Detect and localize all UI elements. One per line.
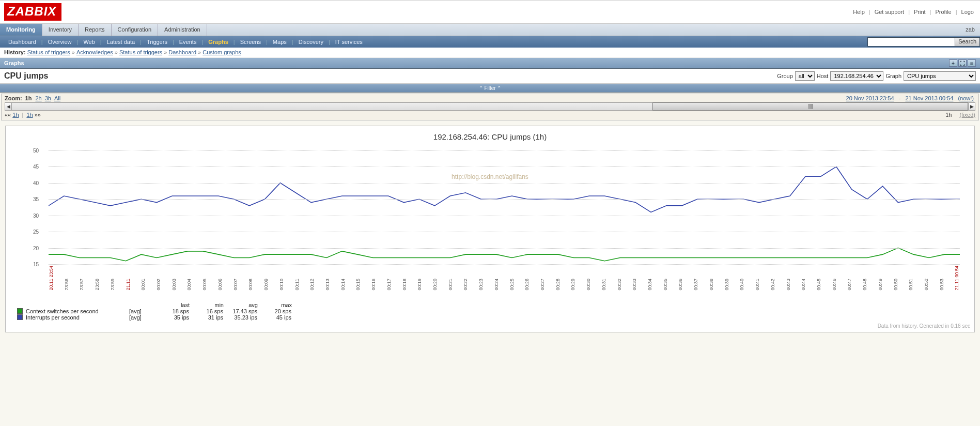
x-tick-label: 00:11: [294, 266, 300, 291]
x-tick-label: 00:52: [924, 266, 929, 291]
legend-agg: [avg]: [129, 314, 155, 321]
y-tick-label: 15: [33, 262, 39, 267]
nav-back-link[interactable]: 1h: [12, 112, 19, 118]
x-tick-label: 00:51: [908, 266, 913, 291]
x-tick-label: 00:31: [601, 266, 606, 291]
chart-legend: lastminavgmax Context switches per secon…: [17, 302, 970, 322]
x-tick-label: 00:18: [402, 266, 407, 291]
subtab-it-services[interactable]: IT services: [330, 37, 368, 47]
x-tick-label: 00:41: [755, 266, 760, 291]
slider-left-arrow[interactable]: ◀: [5, 102, 12, 111]
group-select[interactable]: all: [795, 71, 815, 81]
x-tick-label: 20.11 23:54: [49, 266, 54, 291]
top-link-help[interactable]: Help: [851, 9, 867, 15]
date-from-link[interactable]: 20 Nov 2013 23:54: [846, 95, 894, 101]
graph-select[interactable]: CPU jumps: [904, 71, 976, 81]
zabbix-logo[interactable]: ZABBIX: [4, 3, 61, 21]
subtab-graphs[interactable]: Graphs: [203, 37, 234, 47]
graph-label: Graph: [885, 73, 901, 79]
history-link[interactable]: Dashboard: [168, 49, 196, 55]
x-tick-label: 00:14: [340, 266, 346, 291]
zoom-option-All[interactable]: All: [54, 95, 60, 101]
x-tick-label: 00:45: [816, 266, 821, 291]
x-tick-label: 00:32: [617, 266, 622, 291]
x-tick-label: 00:36: [678, 266, 683, 291]
nav-back-double: ««: [5, 112, 12, 118]
top-link-print[interactable]: Print: [912, 9, 928, 15]
host-label: Host: [817, 73, 829, 79]
generation-note: Data from history. Generated in 0.16 sec: [10, 323, 970, 329]
history-link[interactable]: Acknowledges: [76, 49, 113, 55]
y-tick-label: 40: [33, 180, 39, 186]
x-tick-label: 23:56: [64, 266, 69, 291]
legend-stat-value: 16 sps: [189, 308, 223, 314]
tab-reports[interactable]: Reports: [79, 24, 112, 36]
top-link-profile[interactable]: Profile: [933, 9, 953, 15]
x-tick-label: 00:10: [279, 266, 284, 291]
x-tick-label: 00:23: [478, 266, 484, 291]
tab-monitoring[interactable]: Monitoring: [0, 24, 42, 36]
subtab-dashboard[interactable]: Dashboard: [3, 37, 41, 47]
page-title: CPU jumps: [4, 71, 48, 81]
legend-stat-header: max: [258, 302, 292, 308]
search-input[interactable]: [867, 37, 955, 47]
nav-fwd-link[interactable]: 1h: [26, 112, 33, 118]
x-tick-label: 23:58: [95, 266, 100, 291]
x-tick-label: 00:28: [555, 266, 561, 291]
fixed-toggle[interactable]: (fixed): [959, 112, 975, 118]
fullscreen-icon[interactable]: ⛶: [958, 59, 967, 67]
zoom-option-3h[interactable]: 3h: [45, 95, 51, 101]
history-link[interactable]: Status of triggers: [27, 49, 70, 55]
host-select[interactable]: 192.168.254.46: [830, 71, 883, 81]
slider-track[interactable]: [11, 102, 969, 111]
x-tick-label: 00:44: [801, 266, 806, 291]
subtab-discovery[interactable]: Discovery: [293, 37, 329, 47]
legend-stat-value: 20 sps: [257, 308, 291, 314]
tab-configuration[interactable]: Configuration: [112, 24, 158, 36]
search-button[interactable]: Search: [955, 37, 980, 47]
top-link-logo[interactable]: Logo: [959, 9, 976, 15]
x-tick-label: 00:29: [570, 266, 575, 291]
zoom-option-2h[interactable]: 2h: [35, 95, 41, 101]
tab-administration[interactable]: Administration: [158, 24, 207, 36]
add-icon[interactable]: +: [949, 59, 957, 67]
watermark: http://blog.csdn.net/agilifans: [10, 173, 970, 180]
x-tick-label: 00:25: [509, 266, 515, 291]
top-link-get-support[interactable]: Get support: [873, 9, 906, 15]
legend-stat-header: last: [155, 302, 190, 308]
subtab-latest-data[interactable]: Latest data: [102, 37, 140, 47]
slider-right-arrow[interactable]: ▶: [968, 102, 975, 111]
subtab-events[interactable]: Events: [174, 37, 202, 47]
legend-row: Context switches per second [avg] 18 sps…: [17, 308, 292, 314]
x-tick-label: 00:30: [586, 266, 591, 291]
history-link[interactable]: Custom graphs: [203, 49, 241, 55]
history-link[interactable]: Status of triggers: [119, 49, 162, 55]
main-nav: MonitoringInventoryReportsConfigurationA…: [0, 24, 980, 36]
graph-panel: 192.168.254.46: CPU jumps (1h) http://bl…: [5, 126, 975, 332]
x-tick-label: 00:24: [494, 266, 499, 291]
nav-fwd-double: »»: [33, 112, 41, 118]
slider-handle[interactable]: [652, 102, 968, 111]
now-link[interactable]: (now!): [958, 95, 974, 101]
x-tick-label: 00:21: [448, 266, 453, 291]
legend-stat-value: 35 ips: [155, 314, 189, 321]
subtab-maps[interactable]: Maps: [268, 37, 292, 47]
subtab-web[interactable]: Web: [78, 37, 100, 47]
x-tick-label: 00:01: [141, 266, 146, 291]
x-tick-label: 00:50: [893, 266, 898, 291]
y-tick-label: 25: [33, 229, 39, 235]
x-tick-label: 00:03: [172, 266, 177, 291]
x-tick-label: 00:43: [786, 266, 791, 291]
legend-stat-header: avg: [224, 302, 258, 308]
legend-swatch: [17, 308, 23, 314]
filter-toggle[interactable]: ⌃ Filter ⌃: [0, 84, 980, 93]
subtab-triggers[interactable]: Triggers: [142, 37, 173, 47]
subtab-screens[interactable]: Screens: [235, 37, 266, 47]
date-to-link[interactable]: 21 Nov 2013 00:54: [905, 95, 953, 101]
x-tick-label: 00:37: [693, 266, 698, 291]
menu-icon[interactable]: ≡: [968, 59, 976, 67]
subtab-overview[interactable]: Overview: [43, 37, 77, 47]
x-tick-label: 00:47: [847, 266, 852, 291]
sub-nav: Dashboard|Overview|Web|Latest data|Trigg…: [0, 36, 980, 48]
tab-inventory[interactable]: Inventory: [42, 24, 79, 36]
